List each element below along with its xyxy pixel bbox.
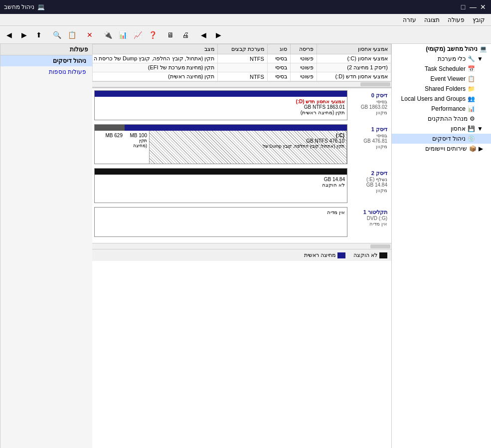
- connect-button[interactable]: 🔌: [101, 28, 115, 42]
- disk2-bar: [95, 169, 347, 175]
- tools-expand-icon: ▼: [477, 55, 483, 62]
- disk0-partition[interactable]: אמצעי אחסון חדש (D:) GB NTFS 1863.01 תקי…: [95, 97, 347, 120]
- disk1-bar-629mb: [95, 125, 125, 131]
- tree-item-diskmgmt[interactable]: 💿 ניהול דיסקים: [392, 134, 491, 144]
- menu-file[interactable]: קובץ: [469, 15, 489, 24]
- row3-name: אמצעי אחסון חדש (D:): [317, 72, 391, 81]
- properties-button[interactable]: 📈: [131, 28, 145, 42]
- tree-item-tools[interactable]: ▼ 🔧 כלי מערכת: [392, 54, 491, 64]
- nav-back-button[interactable]: ◀: [196, 28, 210, 42]
- delete-button[interactable]: ✕: [83, 28, 97, 42]
- tree-item-sharedfolders[interactable]: 📁 Shared Folders: [392, 84, 491, 94]
- tree-item-services[interactable]: ▶ 📦 שירותים ויישומים: [392, 144, 491, 154]
- services-icon: 📦: [469, 145, 477, 152]
- maximize-button[interactable]: □: [459, 3, 467, 11]
- disk2-label: דיסק 2 נשלף (E:) GB 14.84 מקוון: [349, 168, 389, 203]
- row1-name: אמצעי אחסון (C:): [317, 54, 391, 63]
- row1-fs: NTFS: [218, 54, 267, 63]
- up-button[interactable]: ⬆: [32, 28, 46, 42]
- row3-type: בסיסי: [267, 72, 291, 81]
- sidebar-header: פעולות: [0, 44, 92, 55]
- folder-button[interactable]: 📋: [65, 28, 79, 42]
- row2-type: בסיסי: [267, 63, 291, 72]
- row3-fs: NTFS: [218, 72, 267, 81]
- tree-item-storage[interactable]: ▼ 💾 אחסון: [392, 124, 491, 134]
- col-name[interactable]: אמצעי אחסון: [317, 44, 391, 54]
- disk1-partition-content: (C:) GB NTFS 476.10 תקין (אתחול, קובץ הח…: [95, 131, 347, 164]
- menu-bar: קובץ פעולה תצוגה עזרה: [0, 14, 491, 26]
- left-sidebar: פעולות ניהול דיסקים פעולות נוספות: [0, 44, 92, 448]
- toolbar: ◀ ▶ ⬆ 🔍 📋 ✕ 🔌 📊 📈 ❓ 🖥 🖨 ◀ ▶: [0, 26, 491, 44]
- help-button[interactable]: ❓: [146, 28, 160, 42]
- tree-item-devicemgr[interactable]: ⚙ מנהל ההתקנים: [392, 114, 491, 124]
- tree-item-eventviewer[interactable]: 📋 Event Viewer: [392, 74, 491, 84]
- tools-icon: 🔧: [468, 55, 475, 62]
- nav-forward-button[interactable]: ▶: [211, 28, 225, 42]
- legend-bar: לא הוקצה מחיצה ראשית: [92, 249, 391, 261]
- search-button[interactable]: 🔍: [50, 28, 64, 42]
- dvd-row: תקליטור 1 (G:) DVD אין מדיה אין מדיה: [94, 207, 389, 237]
- disk1-bar-c: [150, 125, 347, 131]
- col-layout[interactable]: פריסה: [291, 44, 317, 54]
- sidebar-item-more-actions[interactable]: פעולות נוספות: [0, 66, 92, 77]
- table-row[interactable]: אמצעי אחסון (C:) פשוטי בסיסי NTFS תקין (…: [93, 54, 391, 63]
- disk1-partitions: (C:) GB NTFS 476.10 תקין (אתחול, קובץ הח…: [94, 124, 347, 164]
- disk1-629mb-partition[interactable]: MB 629: [95, 131, 125, 164]
- tree-item-performance[interactable]: 📊 Performance: [392, 104, 491, 114]
- disk0-row: דיסק 0 בסיסי GB 1863.02 מקוון אמצעי אחסו…: [94, 90, 389, 120]
- row1-type: בסיסי: [267, 54, 291, 63]
- view-button[interactable]: 📊: [116, 28, 130, 42]
- disk0-partitions[interactable]: אמצעי אחסון חדש (D:) GB NTFS 1863.01 תקי…: [94, 90, 347, 120]
- legend-primary-color: [337, 252, 345, 258]
- row2-fs: [218, 63, 267, 72]
- tree-panel: 💻 ניהול מחשב (מקומי) ▼ 🔧 כלי מערכת 📅 Tas…: [391, 44, 491, 448]
- sidebar-item-diskmgmt[interactable]: ניהול דיסקים: [0, 55, 92, 66]
- dvd-label: תקליטור 1 (G:) DVD אין מדיה: [349, 207, 389, 237]
- legend-unallocated-color: [379, 252, 387, 258]
- close-button[interactable]: ✕: [479, 3, 487, 11]
- disk-table-area: אמצעי אחסון פריסה סוג מערכת קבצים מצב אמ…: [92, 44, 391, 81]
- services-expand-icon: ▶: [479, 145, 483, 152]
- sharedfolders-icon: 📁: [468, 85, 475, 92]
- export-button[interactable]: 🖥: [164, 28, 177, 42]
- menu-help[interactable]: עזרה: [399, 15, 420, 24]
- computer-icon: 💻: [480, 45, 487, 52]
- tree-item-scheduler[interactable]: 📅 Task Scheduler: [392, 64, 491, 74]
- horizontal-scrollbar[interactable]: [92, 243, 391, 249]
- table-row[interactable]: (דיסק 1 מחיצה 2) פשוטי בסיסי תקין (מחיצת…: [93, 63, 391, 72]
- disk1-partition-bars: [95, 125, 347, 131]
- print-button[interactable]: 🖨: [178, 28, 192, 42]
- minimize-button[interactable]: —: [469, 3, 477, 11]
- title-icon: 💻: [37, 3, 45, 10]
- disk1-bar-100mb: [125, 125, 150, 131]
- row1-layout: פשוטי: [291, 54, 317, 63]
- disk0-label: דיסק 0 בסיסי GB 1863.02 מקוון: [349, 90, 389, 120]
- table-row[interactable]: אמצעי אחסון חדש (D:) פשוטי בסיסי NTFS תק…: [93, 72, 391, 81]
- disk1-row: דיסק 1 בסיסי GB 476.81 מקוון: [94, 124, 389, 164]
- dvd-content[interactable]: אין מדיה: [94, 207, 347, 237]
- disk1-c-partition[interactable]: (C:) GB NTFS 476.10 תקין (אתחול, קובץ הח…: [150, 131, 347, 164]
- col-status[interactable]: מצב: [93, 44, 218, 54]
- row2-name: (דיסק 1 מחיצה 2): [317, 63, 391, 72]
- disk2-content[interactable]: GB 14.84 לא הוקצה: [95, 175, 347, 203]
- row2-status: תקין (מחיצת מערכת של EFI): [93, 63, 218, 72]
- tree-item-localusers[interactable]: 👥 Local Users and Groups: [392, 94, 491, 104]
- back-button[interactable]: ◀: [2, 28, 16, 42]
- row1-status: תקין (אתחול, קובץ החלפה, קובץ Dump של כר…: [93, 54, 218, 63]
- col-type[interactable]: סוג: [267, 44, 291, 54]
- main-layout: 💻 ניהול מחשב (מקומי) ▼ 🔧 כלי מערכת 📅 Tas…: [0, 44, 491, 448]
- center-content: אמצעי אחסון פריסה סוג מערכת קבצים מצב אמ…: [92, 44, 391, 448]
- menu-action[interactable]: פעולה: [444, 15, 469, 24]
- disk1-100mb-partition[interactable]: MB 100 תקין (מחיצה: [125, 131, 150, 164]
- tree-item-computer[interactable]: 💻 ניהול מחשב (מקומי): [392, 44, 491, 54]
- col-fs[interactable]: מערכת קבצים: [218, 44, 267, 54]
- title-bar: ✕ — □ 💻 ניהול מחשב: [0, 0, 491, 14]
- storage-icon: 💾: [468, 125, 475, 132]
- window-controls[interactable]: ✕ — □: [459, 3, 487, 11]
- menu-view[interactable]: תצוגה: [420, 15, 444, 24]
- devicemgr-icon: ⚙: [470, 115, 475, 122]
- window-title: 💻 ניהול מחשב: [4, 3, 45, 10]
- forward-button[interactable]: ▶: [17, 28, 31, 42]
- eventviewer-icon: 📋: [468, 75, 475, 82]
- disk1-label: דיסק 1 בסיסי GB 476.81 מקוון: [349, 124, 389, 164]
